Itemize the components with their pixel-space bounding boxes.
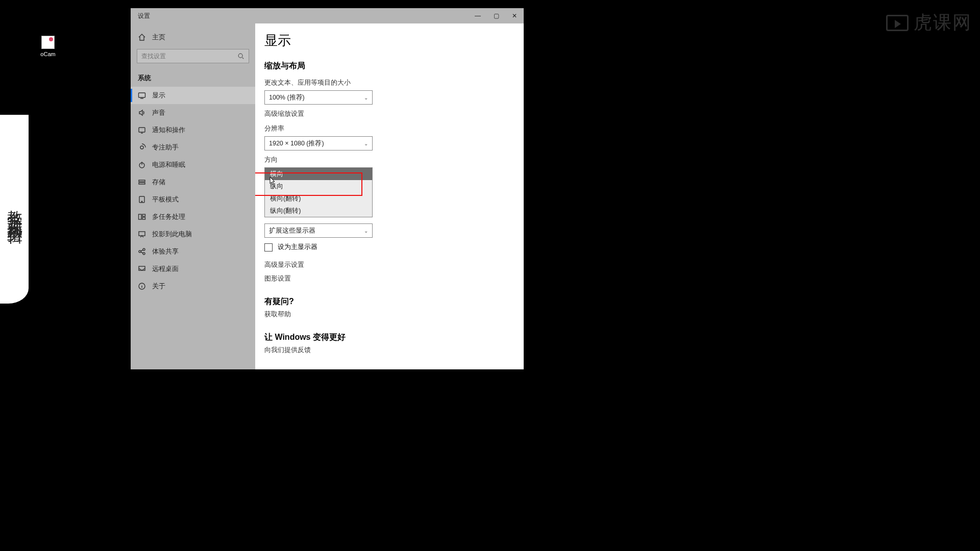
graphics-settings-link[interactable]: 图形设置 [264, 274, 524, 283]
settings-window: 设置 — ▢ ✕ 主页 [131, 8, 524, 369]
sidebar-search[interactable] [137, 49, 249, 63]
window-close-button[interactable]: ✕ [505, 8, 524, 23]
sidebar-item-label: 远程桌面 [152, 264, 179, 273]
close-icon: ✕ [512, 12, 517, 19]
sidebar-item-label: 声音 [152, 108, 165, 117]
sidebar-item-label: 投影到此电脑 [152, 230, 192, 239]
orientation-option-landscape-flipped[interactable]: 横向(翻转) [265, 192, 372, 205]
scale-select-value: 100% (推荐) [269, 93, 305, 102]
svg-point-14 [143, 248, 145, 251]
desktop-icon-label: oCam [40, 51, 55, 57]
resolution-select-value: 980 × 551 (推荐) [269, 139, 324, 148]
orientation-option-landscape[interactable]: 横向 [265, 168, 372, 180]
shared-icon [138, 247, 146, 256]
sidebar-item-shared[interactable]: 体验共享 [131, 243, 255, 260]
sound-icon [138, 109, 146, 117]
sidebar-item-label: 体验共享 [152, 247, 179, 256]
question-heading: 有疑问? [264, 296, 524, 307]
page-title: 显示 [264, 32, 524, 49]
watermark: 虎课网 [886, 10, 972, 35]
scale-select[interactable]: 100% (推荐) ⌄ [264, 90, 373, 105]
svg-rect-1 [139, 93, 145, 97]
sidebar-section-system: 系统 [131, 67, 255, 87]
feedback-link[interactable]: 向我们提供反馈 [264, 346, 524, 355]
svg-point-15 [143, 253, 145, 255]
watermark-text: 虎课网 [914, 10, 972, 35]
window-titlebar[interactable]: 设置 — ▢ ✕ [131, 8, 524, 23]
sidebar-item-display[interactable]: 显示 [131, 87, 255, 104]
sidebar-item-notifications[interactable]: 通知和操作 [131, 121, 255, 139]
sidebar-item-tablet[interactable]: 平板模式 [131, 191, 255, 208]
sidebar-home[interactable]: 主页 [131, 29, 255, 46]
svg-rect-12 [139, 232, 145, 236]
sidebar-item-label: 多任务处理 [152, 212, 185, 221]
main-display-checkbox-row[interactable]: 设为主显示器 [264, 243, 524, 252]
desktop-icon-ocam[interactable]: oCam [36, 36, 60, 57]
projecting-icon [138, 230, 146, 238]
sidebar-item-multitask[interactable]: 多任务处理 [131, 208, 255, 226]
remote-icon [138, 265, 146, 273]
svg-rect-5 [139, 180, 145, 182]
sidebar-home-label: 主页 [152, 33, 165, 42]
sidebar-item-sound[interactable]: 声音 [131, 104, 255, 121]
ocam-app-icon [41, 36, 55, 49]
svg-point-3 [140, 146, 143, 149]
sidebar-item-label: 专注助手 [152, 143, 179, 152]
focus-icon [138, 143, 146, 152]
sidebar-item-label: 存储 [152, 178, 165, 187]
storage-icon [138, 178, 146, 186]
sidebar-item-remote[interactable]: 远程桌面 [131, 260, 255, 278]
display-icon [138, 91, 146, 99]
watermark-play-icon [886, 15, 909, 31]
sidebar-item-label: 显示 [152, 91, 165, 100]
multiple-displays-select[interactable]: 扩展这些显示器 ⌄ [264, 223, 373, 238]
resolution-select[interactable]: 980 × 551 (推荐) ⌄ [264, 136, 373, 151]
svg-point-0 [238, 54, 242, 58]
chevron-down-icon: ⌄ [364, 95, 368, 101]
orientation-dropdown-list: 横向 纵向 横向(翻转) 纵向(翻转) [264, 167, 373, 217]
orientation-option-portrait[interactable]: 纵向 [265, 180, 372, 192]
svg-rect-10 [142, 214, 145, 216]
orientation-dropdown[interactable]: 横向 纵向 横向(翻转) 纵向(翻转) [264, 167, 373, 217]
search-input[interactable] [141, 53, 237, 60]
better-heading: 让 Windows 变得更好 [264, 332, 524, 343]
sidebar-item-label: 关于 [152, 282, 165, 291]
resolution-label: 分辨率 [264, 124, 524, 133]
scale-section-title: 缩放与布局 [264, 61, 524, 71]
svg-rect-9 [139, 214, 142, 219]
advanced-display-link[interactable]: 高级显示设置 [264, 261, 524, 269]
svg-rect-11 [142, 217, 145, 219]
window-maximize-button[interactable]: ▢ [487, 8, 505, 23]
chevron-down-icon: ⌄ [364, 228, 368, 234]
settings-main: 显示 缩放与布局 更改文本、应用等项目的大小 100% (推荐) ⌄ 高级缩放设… [255, 23, 524, 369]
sidebar-item-power[interactable]: 电源和睡眠 [131, 156, 255, 173]
get-help-link[interactable]: 获取帮助 [264, 310, 524, 319]
chevron-down-icon: ⌄ [364, 141, 368, 146]
sidebar-item-storage[interactable]: 存储 [131, 173, 255, 191]
window-minimize-button[interactable]: — [469, 8, 487, 23]
svg-rect-16 [139, 266, 145, 270]
svg-rect-2 [139, 128, 145, 132]
advanced-scaling-link[interactable]: 高级缩放设置 [264, 110, 524, 118]
main-display-checkbox-label: 设为主显示器 [278, 243, 317, 252]
settings-sidebar: 主页 系统 显示 声音 通知和操作 [131, 23, 255, 369]
maximize-icon: ▢ [494, 12, 499, 19]
sidebar-item-projecting[interactable]: 投影到此电脑 [131, 226, 255, 243]
search-icon [237, 53, 244, 60]
window-title: 设置 [138, 12, 150, 20]
tablet-icon [138, 195, 146, 204]
home-icon [138, 33, 146, 41]
multitask-icon [138, 213, 146, 221]
sidebar-item-about[interactable]: 关于 [131, 278, 255, 295]
minimize-icon: — [475, 12, 481, 19]
orientation-option-portrait-flipped[interactable]: 纵向(翻转) [265, 205, 372, 217]
scale-label: 更改文本、应用等项目的大小 [264, 79, 524, 87]
sidebar-item-focus[interactable]: 专注助手 [131, 139, 255, 156]
power-icon [138, 161, 146, 169]
svg-point-8 [141, 201, 142, 202]
svg-point-13 [139, 251, 141, 253]
sidebar-item-label: 电源和睡眠 [152, 160, 185, 169]
checkbox-icon [264, 243, 273, 252]
sidebar-item-label: 平板模式 [152, 195, 179, 204]
orientation-label: 方向 [264, 156, 524, 164]
